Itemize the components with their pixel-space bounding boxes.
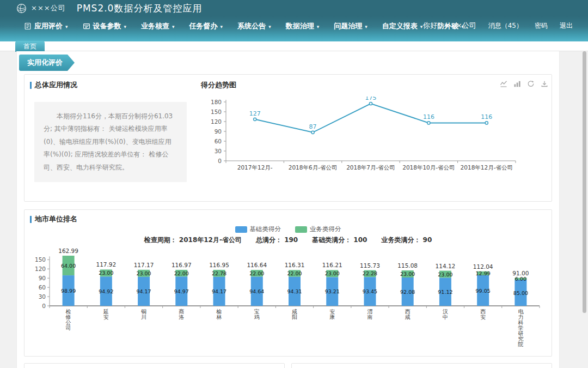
main-card: 实用化评价 总体应用情况 本期得分116分，本期百分制得分61.03分; 其中薄… [16, 51, 560, 368]
chart-legend: 基础类得分业务类得分 [30, 225, 546, 233]
svg-text:116: 116 [481, 113, 492, 120]
svg-text:90: 90 [39, 275, 46, 281]
nav-item-2[interactable]: 设备参数▾ [83, 21, 127, 31]
nav-item-7[interactable]: 问题治理▾ [334, 21, 367, 31]
svg-text:99.05: 99.05 [476, 288, 491, 294]
svg-text:铜川: 铜川 [141, 309, 146, 320]
svg-text:94.97: 94.97 [174, 288, 189, 294]
svg-text:93.45: 93.45 [363, 288, 377, 294]
svg-text:150: 150 [211, 108, 222, 115]
svg-text:23.00: 23.00 [99, 270, 113, 276]
svg-text:2018年10月-省公司: 2018年10月-省公司 [402, 164, 455, 171]
svg-text:87: 87 [309, 123, 317, 130]
svg-text:175: 175 [365, 96, 377, 101]
company-name: ×××公司 [31, 3, 66, 13]
svg-text:117.92: 117.92 [96, 261, 116, 268]
company-logo-icon [16, 3, 27, 14]
svg-text:22.28: 22.28 [363, 270, 377, 276]
overview-panel: 总体应用情况 本期得分116分，本期百分制得分61.03分; 其中薄弱指标有： … [24, 75, 194, 201]
svg-text:114.12: 114.12 [436, 263, 456, 269]
svg-text:127: 127 [249, 110, 261, 117]
nav-menu: 应用评价▾设备参数▾业务核查▾任务督办▾系统公告▾数据治理▾问题治理▾自定义报表… [0, 16, 588, 41]
nav-item-8[interactable]: 自定义报表▾ [382, 21, 423, 31]
svg-text:12.99: 12.99 [476, 270, 491, 276]
bar-chart-icon[interactable] [513, 80, 521, 88]
user-area: 你好，×××公司 消息（45） 密码 退出 [423, 21, 573, 31]
svg-text:23.00: 23.00 [400, 271, 415, 277]
svg-text:150: 150 [35, 256, 46, 263]
svg-text:咸阳: 咸阳 [292, 309, 297, 320]
trend-panel: 得分趋势图 18015012090603001272017年12月-872018… [194, 75, 556, 201]
legend-swatch [295, 226, 307, 233]
svg-text:23.00: 23.00 [325, 270, 340, 276]
svg-text:23.00: 23.00 [136, 270, 151, 276]
nav-item-1[interactable]: 应用评价▾ [24, 21, 68, 31]
svg-text:渭南: 渭南 [367, 309, 372, 320]
nav-item-3[interactable]: 业务核查▾ [141, 21, 175, 31]
messages-link[interactable]: 消息（45） [488, 21, 523, 31]
svg-text:116.95: 116.95 [209, 262, 229, 268]
stat-item: 总满分： 190 [256, 236, 298, 245]
svg-text:西安: 西安 [480, 309, 486, 320]
svg-text:22.00: 22.00 [287, 270, 302, 276]
svg-text:30: 30 [39, 293, 46, 300]
svg-text:电力科学研究院: 电力科学研究院 [518, 309, 524, 347]
overview-trend-panel: 总体应用情况 本期得分116分，本期百分制得分61.03分; 其中薄弱指标有： … [24, 74, 552, 202]
svg-text:2017年12月-: 2017年12月- [237, 164, 273, 171]
stat-item: 业务类满分： 90 [381, 236, 432, 245]
svg-text:115.08: 115.08 [397, 262, 418, 269]
svg-text:91.12: 91.12 [438, 289, 452, 295]
svg-text:98.99: 98.99 [61, 288, 76, 294]
svg-text:60: 60 [39, 284, 46, 291]
section-badge: 实用化评价 [19, 55, 75, 71]
svg-text:162.99: 162.99 [58, 248, 78, 254]
svg-text:94.31: 94.31 [287, 288, 302, 294]
svg-text:延安: 延安 [103, 309, 109, 320]
summary-by-category-panel: 按大类汇总 总满分： 190基础类满分： 60业务类满分： 90系统类满分： 0 [291, 363, 552, 368]
svg-text:112.04: 112.04 [473, 263, 493, 270]
caret-down-icon: ▾ [317, 24, 320, 29]
password-link[interactable]: 密码 [535, 21, 548, 31]
caret-down-icon: ▾ [365, 24, 367, 29]
nav-item-5[interactable]: 系统公告▾ [237, 21, 271, 31]
tab-bar: 首页 [0, 41, 588, 51]
trend-toolbar [500, 80, 548, 88]
ranking-stats: 检查周期： 2018年12月-省公司总满分： 190基础类满分： 100业务类满… [30, 236, 546, 245]
svg-text:116.97: 116.97 [171, 262, 192, 268]
svg-text:6.00: 6.00 [515, 276, 526, 282]
nav-item-4[interactable]: 任务督办▾ [189, 21, 223, 31]
svg-text:116: 116 [423, 113, 434, 120]
caret-down-icon: ▾ [420, 24, 423, 29]
legend-item[interactable]: 基础类得分 [235, 225, 281, 233]
svg-text:22.00: 22.00 [249, 270, 264, 276]
svg-text:2018年12月-省公司: 2018年12月-省公司 [461, 164, 513, 171]
svg-text:116.64: 116.64 [247, 262, 267, 268]
svg-text:92.08: 92.08 [400, 289, 415, 295]
refresh-icon[interactable] [527, 80, 535, 88]
content-area: 实用化评价 总体应用情况 本期得分116分，本期百分制得分61.03分; 其中薄… [0, 51, 588, 368]
line-chart-icon[interactable] [500, 80, 507, 88]
svg-text:2018年6月-省公司: 2018年6月-省公司 [289, 164, 338, 171]
stat-item: 基础类满分： 100 [312, 236, 367, 245]
svg-text:94.92: 94.92 [99, 288, 113, 294]
overview-title: 总体应用情况 [30, 80, 191, 90]
svg-text:0: 0 [42, 303, 46, 309]
vertical-scrollbar[interactable] [583, 51, 586, 313]
svg-text:120: 120 [35, 266, 46, 272]
caret-down-icon: ▾ [65, 24, 68, 29]
svg-text:汉中: 汉中 [443, 309, 448, 320]
logout-link[interactable]: 退出 [560, 21, 573, 31]
ranking-panel: 地市单位排名 基础类得分业务类得分 检查周期： 2018年12月-省公司总满分：… [24, 209, 552, 357]
nav-item-6[interactable]: 数据治理▾ [286, 21, 320, 31]
download-icon[interactable] [541, 80, 548, 88]
svg-text:94.17: 94.17 [136, 288, 151, 294]
svg-text:22.78: 22.78 [212, 270, 226, 276]
device-icon [83, 22, 90, 30]
tab-home[interactable]: 首页 [15, 41, 45, 52]
legend-swatch [235, 226, 247, 233]
caret-down-icon: ▾ [268, 24, 271, 29]
svg-text:85.00: 85.00 [513, 290, 528, 296]
trend-title: 得分趋势图 [201, 80, 549, 90]
legend-item[interactable]: 业务类得分 [295, 225, 341, 233]
trend-line-chart: 18015012090603001272017年12月-872018年6月-省公… [201, 96, 549, 179]
